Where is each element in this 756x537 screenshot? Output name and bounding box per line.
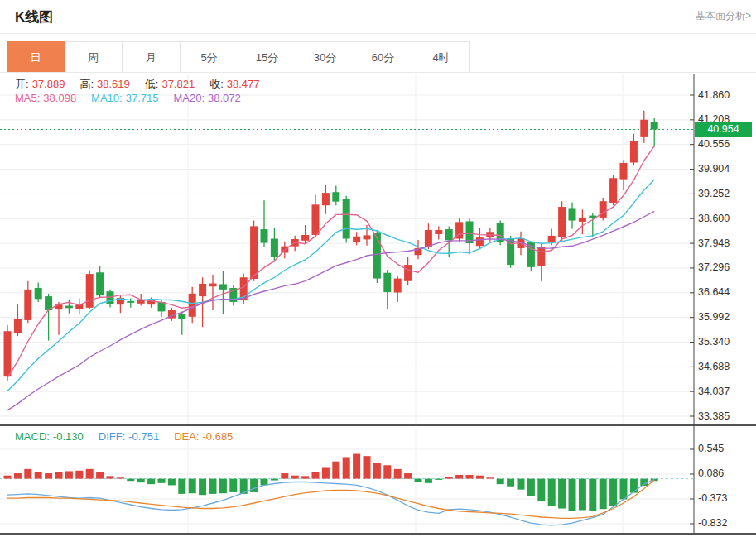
macd-bar	[373, 463, 381, 479]
macd-bar	[55, 472, 63, 478]
price-tick-label: 41.860	[698, 89, 730, 101]
legend-item: DEA:-0.685	[174, 430, 236, 443]
macd-bar	[466, 475, 474, 479]
ma10-line	[7, 180, 654, 391]
macd-bar	[107, 476, 114, 478]
macd-tick-label: 0.086	[698, 467, 724, 479]
tab-period-0[interactable]: 日	[7, 41, 65, 73]
fundamental-analysis-link[interactable]: 基本面分析>	[696, 9, 751, 23]
tab-period-1[interactable]: 周	[65, 41, 123, 73]
macd-bar	[486, 477, 494, 478]
legend-item: 开:37.889	[15, 78, 68, 90]
candle-body	[394, 279, 402, 293]
macd-bar	[312, 472, 320, 479]
ma5-line	[7, 146, 654, 378]
macd-bar	[199, 479, 206, 496]
macd-bar	[117, 477, 124, 478]
price-tick-label: 39.252	[698, 188, 730, 199]
candle-body	[301, 235, 309, 241]
legend-item: 低:37.821	[145, 78, 198, 90]
macd-bar	[14, 473, 22, 479]
macd-bar	[229, 479, 237, 492]
macd-bar	[507, 479, 514, 487]
macd-legend: MACD:-0.130DIFF:-0.751DEA:-0.685	[15, 430, 248, 443]
macd-bar	[353, 454, 360, 479]
candle-body	[199, 284, 206, 296]
macd-tick-label: -0.373	[698, 492, 727, 504]
candle-body	[250, 226, 258, 279]
candle-body	[127, 301, 134, 303]
macd-bar	[455, 475, 463, 479]
macd-bar	[158, 479, 166, 483]
candle-body	[620, 163, 628, 180]
macd-bar	[435, 479, 442, 480]
macd-bar	[343, 457, 350, 478]
macd-bar	[219, 479, 227, 494]
legend-item: MACD:-0.130	[15, 430, 87, 443]
legend-item: 收:38.477	[209, 78, 262, 90]
macd-bar	[548, 479, 556, 506]
price-tick-label: 39.904	[698, 163, 730, 175]
candle-body	[322, 193, 330, 205]
macd-bar	[569, 479, 576, 511]
candle-body	[312, 204, 320, 235]
candle-body	[476, 237, 484, 246]
macd-bar	[383, 465, 391, 478]
candle-body	[24, 290, 31, 320]
macd-bar	[589, 479, 596, 511]
candle-body	[178, 314, 185, 319]
macd-bar	[189, 479, 196, 494]
tab-period-2[interactable]: 月	[123, 41, 181, 73]
macd-bar	[476, 476, 484, 479]
macd-bar	[527, 479, 535, 496]
macd-bar	[96, 472, 104, 479]
legend-item: 高:38.619	[79, 78, 132, 90]
macd-tick-label: -0.832	[698, 517, 727, 529]
candle-body	[209, 284, 217, 287]
candle-body	[343, 199, 350, 239]
macd-bar	[609, 479, 617, 506]
macd-bar	[45, 473, 52, 479]
candle-body	[65, 306, 73, 309]
macd-bar	[137, 479, 145, 483]
macd-bar	[518, 479, 525, 490]
price-tick-label: 40.556	[698, 138, 730, 150]
macd-bar	[579, 479, 586, 511]
ma20-line	[7, 211, 654, 410]
macd-bar	[147, 479, 155, 485]
macd-bar	[35, 472, 42, 478]
candle-body	[537, 247, 545, 266]
candle-body	[35, 288, 42, 299]
macd-bar	[168, 479, 176, 486]
tab-period-4[interactable]: 15分	[238, 41, 296, 73]
price-tick-label: 38.600	[698, 213, 730, 224]
page-title: K线图	[15, 7, 53, 26]
candle-body	[189, 294, 196, 317]
candle-body	[383, 273, 391, 292]
candle-body	[261, 229, 268, 242]
price-tick-label: 35.340	[698, 336, 730, 348]
candle-body	[364, 235, 371, 239]
tab-period-5[interactable]: 30分	[296, 41, 354, 73]
macd-bar	[558, 479, 566, 509]
candle-body	[86, 274, 94, 308]
macd-bar	[630, 479, 638, 493]
candle-body	[579, 218, 586, 222]
tab-period-7[interactable]: 4时	[412, 41, 470, 73]
legend-item: MA5:38.098	[15, 92, 79, 104]
candle-body	[435, 230, 442, 234]
price-tick-label: 37.296	[698, 261, 730, 273]
candle-body	[445, 229, 453, 240]
macd-bar	[75, 471, 83, 479]
tab-period-6[interactable]: 60分	[354, 41, 412, 73]
candle-body	[96, 272, 104, 295]
tab-bar-baseline	[0, 72, 756, 73]
candle-body	[4, 331, 12, 376]
tab-period-3[interactable]: 5分	[181, 41, 238, 73]
macd-bar	[537, 479, 545, 501]
macd-bar	[281, 473, 288, 479]
macd-bar	[404, 473, 412, 479]
candle-body	[219, 284, 227, 289]
candle-body	[373, 233, 381, 278]
legend-item: MA10:37.715	[91, 92, 161, 104]
